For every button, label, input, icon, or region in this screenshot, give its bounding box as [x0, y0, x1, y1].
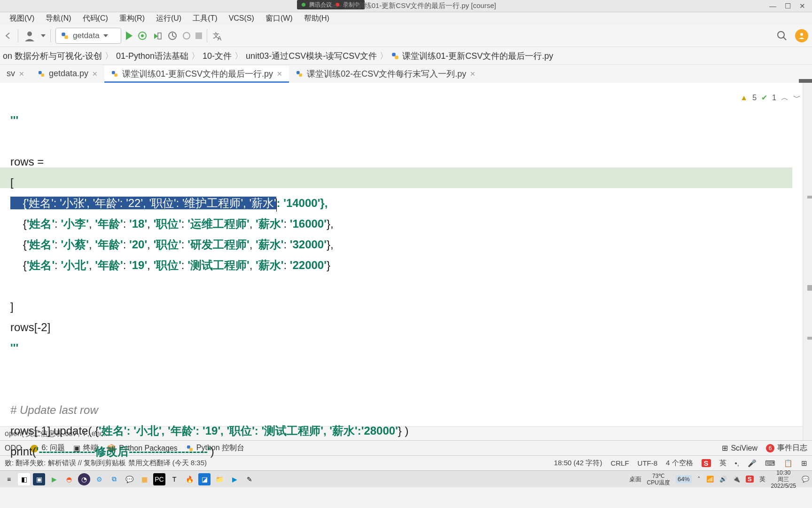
menu-tools[interactable]: 工具(T): [187, 14, 223, 24]
translate-icon[interactable]: 文A: [212, 30, 223, 41]
back-arrow-icon[interactable]: [4, 31, 13, 40]
svg-rect-13: [392, 53, 396, 56]
svg-point-12: [800, 33, 803, 36]
breadcrumb-item[interactable]: 10-文件: [203, 50, 232, 62]
close-icon[interactable]: ✕: [470, 70, 476, 78]
editor-area[interactable]: ▲5 ✔1 ︿ ﹀ ''' rows = [ {'姓名': '小张', '年龄'…: [0, 83, 812, 440]
svg-line-11: [783, 37, 786, 40]
svg-point-0: [27, 32, 32, 36]
svg-rect-2: [64, 35, 68, 39]
maximize-button[interactable]: ☐: [785, 2, 791, 10]
tab-csv[interactable]: sv ✕: [0, 66, 31, 83]
run-config-name: getdata: [73, 31, 100, 40]
close-icon[interactable]: ✕: [277, 70, 282, 78]
breadcrumb-item[interactable]: 课堂训练01-更新CSV文件的最后一行.py: [402, 50, 553, 62]
chevron-down-icon[interactable]: [41, 34, 46, 37]
breadcrumb-item[interactable]: unit03-通过CSV模块-读写CSV文件: [246, 50, 377, 62]
breadcrumb-item[interactable]: on 数据分析与可视化-设创: [3, 50, 102, 62]
breadcrumb: on 数据分析与可视化-设创〉 01-Python语法基础〉 10-文件〉 un…: [0, 47, 812, 65]
run-button[interactable]: [126, 32, 133, 40]
user-icon[interactable]: [23, 29, 36, 42]
menu-code[interactable]: 代码(C): [77, 14, 114, 24]
editor-scrollbar[interactable]: [803, 83, 812, 440]
svg-point-4: [141, 34, 144, 37]
close-icon[interactable]: ✕: [19, 70, 24, 78]
svg-rect-17: [112, 71, 115, 74]
svg-rect-14: [395, 56, 398, 59]
menu-vcs[interactable]: VCS(S): [223, 14, 260, 23]
tab-lesson01[interactable]: 课堂训练01-更新CSV文件的最后一行.py ✕: [104, 66, 289, 83]
tab-label: 课堂训练01-更新CSV文件的最后一行.py: [122, 68, 273, 79]
svg-rect-18: [114, 73, 117, 77]
code-content[interactable]: ''' rows = [ {'姓名': '小张', '年龄': '22', '职…: [10, 89, 803, 483]
python-file-icon: [111, 70, 118, 78]
attach-button[interactable]: [182, 32, 191, 40]
status-dot-green: [302, 3, 305, 7]
tab-getdata[interactable]: getdata.py ✕: [31, 66, 104, 83]
breadcrumb-item[interactable]: 01-Python语法基础: [116, 50, 188, 62]
svg-rect-1: [62, 32, 65, 36]
window-title: course - 课堂训练01-更新CSV文件的最后一行.py [course]: [316, 1, 496, 10]
tab-label: sv: [7, 69, 15, 79]
debug-button[interactable]: [137, 31, 148, 41]
avatar[interactable]: [795, 29, 808, 42]
menu-bar: 视图(V) 导航(N) 代码(C) 重构(R) 运行(U) 工具(T) VCS(…: [0, 12, 812, 24]
tab-label: 课堂训练02-在CSV文件每行末写入一列.py: [307, 68, 466, 79]
svg-rect-15: [39, 71, 42, 74]
svg-rect-5: [158, 33, 161, 39]
python-icon: [61, 32, 69, 40]
chevron-down-icon: [103, 34, 108, 37]
profile-button[interactable]: [167, 31, 178, 41]
tab-lesson02[interactable]: 课堂训练02-在CSV文件每行末写入一列.py ✕: [289, 66, 482, 83]
svg-point-7: [183, 32, 190, 39]
minimize-button[interactable]: —: [769, 2, 776, 10]
python-file-icon: [38, 70, 45, 78]
close-icon[interactable]: ✕: [92, 70, 98, 78]
svg-text:A: A: [218, 35, 221, 41]
python-file-icon: [296, 70, 303, 78]
menu-navigate[interactable]: 导航(N): [40, 14, 77, 24]
menu-view[interactable]: 视图(V): [4, 14, 40, 24]
tab-label: getdata.py: [49, 69, 88, 79]
editor-tabs: sv ✕ getdata.py ✕ 课堂训练01-更新CSV文件的最后一行.py…: [0, 65, 812, 83]
svg-point-10: [778, 32, 784, 38]
python-file-icon: [391, 52, 399, 60]
svg-rect-16: [41, 73, 44, 77]
search-icon[interactable]: [776, 30, 788, 41]
close-button[interactable]: ✕: [799, 2, 805, 10]
svg-rect-20: [299, 73, 302, 77]
menu-help[interactable]: 帮助(H): [298, 14, 335, 24]
menu-run[interactable]: 运行(U): [150, 14, 187, 24]
stop-button[interactable]: [195, 32, 202, 39]
menu-window[interactable]: 窗口(W): [260, 14, 298, 24]
title-bar: 腾讯会议 录制中 course - 课堂训练01-更新CSV文件的最后一行.py…: [0, 0, 812, 12]
coverage-button[interactable]: [152, 31, 163, 41]
svg-rect-19: [297, 71, 300, 74]
main-toolbar: getdata 文A: [0, 24, 812, 47]
menu-refactor[interactable]: 重构(R): [114, 14, 150, 24]
run-config-selector[interactable]: getdata: [55, 28, 121, 44]
notification-icon[interactable]: 💬: [802, 476, 809, 483]
